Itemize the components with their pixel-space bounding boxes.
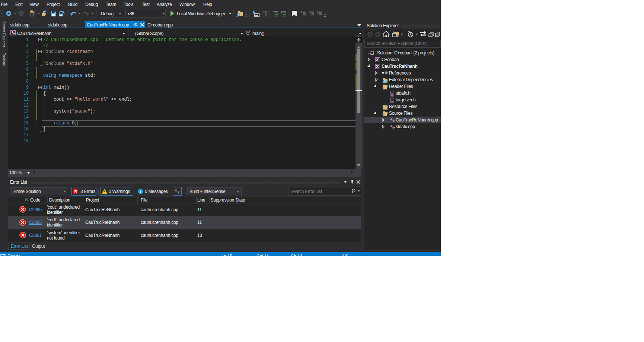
svg-text:h: h: [391, 100, 393, 103]
svg-text:h: h: [391, 93, 393, 96]
